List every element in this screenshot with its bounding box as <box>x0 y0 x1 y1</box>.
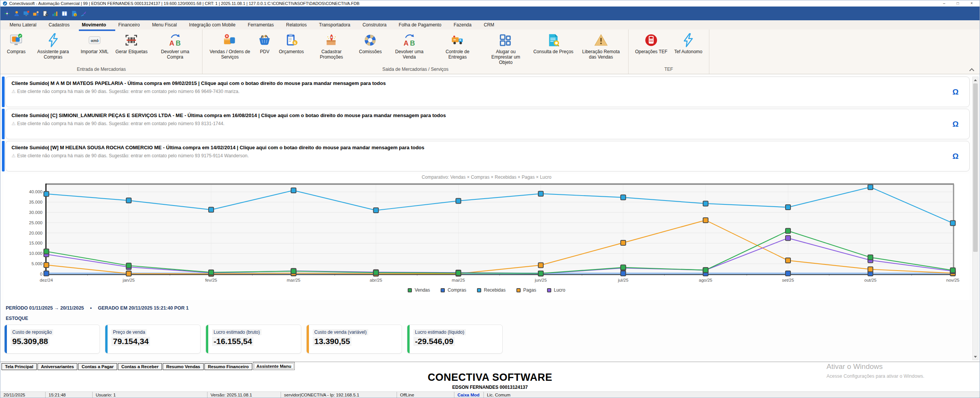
ribbon-button-controle-de-entregas[interactable]: Controle de Entregas <box>433 33 482 60</box>
ribbon-button-label: Importar XML <box>81 49 109 55</box>
ribbon-button-pdv[interactable]: PDV <box>254 33 275 55</box>
menu-item-folha-de-pagamento[interactable]: Folha de Pagamento <box>393 20 448 29</box>
tab-assistente-manu[interactable]: Assistente Manu <box>253 362 295 370</box>
ribbon-button-label: PDV <box>260 49 270 55</box>
ribbon-button-label: Consulta de Preços <box>533 49 573 55</box>
menu-item-menu-lateral[interactable]: Menu Lateral <box>3 20 42 29</box>
ribbon-button-label: Orçamentos <box>279 49 304 55</box>
rocket-icon <box>324 33 339 47</box>
svg-text:A: A <box>403 39 408 47</box>
ribbon-button-alugar-ou-emprestar-um-objeto[interactable]: Alugar ou Emprestar um Objeto <box>482 33 530 65</box>
menu-item-integra-o-com-mobile[interactable]: Integração com Mobile <box>183 20 242 29</box>
monitor-alert-icon[interactable] <box>23 10 29 17</box>
alert-row[interactable]: Cliente Sumido| [W] M HELENA SOUSA ROCHA… <box>2 141 970 171</box>
chart-legend: VendasComprasRecebidasPagasLucro <box>3 286 970 294</box>
alert-row[interactable]: Cliente Sumido| [C] SIMIONI_LAMUNIER PEÇ… <box>2 109 970 139</box>
card-label: Preço de venda <box>111 329 147 335</box>
alert-accent-bar <box>2 77 5 107</box>
ribbon-button-comiss-es[interactable]: Comissões <box>356 33 385 55</box>
alert-row[interactable]: Cliente Sumido| M A M DI MATEOS PAPELARI… <box>2 77 970 107</box>
estoque-cards: Custo de reposição95.309,88Preço de vend… <box>4 325 980 354</box>
status-bar: 20/11/202515:21:48Usuario: 1Versão: 2025… <box>0 391 980 398</box>
ribbon-button-cadastrar-promo-es[interactable]: Cadastrar Promoções <box>307 33 356 60</box>
alert-box[interactable]: Cliente Sumido| M A M DI MATEOS PAPELARI… <box>5 77 970 107</box>
menu-item-movimento[interactable]: Movimento <box>76 20 112 29</box>
ribbon-group-caption: Saida de Mercadorias / Serviços <box>206 65 625 73</box>
ribbon-button-consulta-de-pre-os[interactable]: Consulta de Preços <box>530 33 577 55</box>
omega-action-icon[interactable]: Ω <box>952 88 959 96</box>
menu-item-construtora[interactable]: Construtora <box>356 20 393 29</box>
card-label: Lucro estimado (bruto) <box>212 329 261 335</box>
ribbon-button-vendas-ordens-de-servi-os[interactable]: Vendas / Ordens de Serviços <box>206 33 254 60</box>
ribbon-button-label: Operações TEF <box>635 49 667 55</box>
ribbon-button-or-amentos[interactable]: $Orçamentos <box>275 33 307 55</box>
ribbon-button-assistente-para-compras[interactable]: Assistente para Compras <box>29 33 77 60</box>
dart-icon[interactable] <box>80 10 87 17</box>
tab-aniversariantes[interactable]: Aniversariantes <box>38 363 77 370</box>
omega-action-icon[interactable]: Ω <box>952 120 959 129</box>
menu-item-fazenda[interactable]: Fazenda <box>448 20 478 29</box>
vertical-scrollbar[interactable] <box>972 77 978 360</box>
tab-resumo-financeiro[interactable]: Resumo Financeiro <box>204 363 252 370</box>
svg-text:B: B <box>176 39 181 47</box>
menu-item-transportadora[interactable]: Transportadora <box>313 20 356 29</box>
scrollbar-thumb[interactable] <box>973 83 978 252</box>
alert-box[interactable]: Cliente Sumido| [C] SIMIONI_LAMUNIER PEÇ… <box>5 109 970 139</box>
ribbon-button-devolver-uma-compra[interactable]: ABDevolver uma Compra <box>151 33 199 60</box>
schedule-icon[interactable] <box>42 10 49 17</box>
wheel-icon <box>363 33 377 47</box>
tab-contas-a-pagar[interactable]: Contas a Pagar <box>78 363 117 370</box>
svg-text:0: 0 <box>40 272 42 276</box>
invoice-icon[interactable]: Q <box>71 10 77 17</box>
ribbon-button-gerar-etiquetas[interactable]: Gerar Etiquetas <box>112 33 151 55</box>
ribbon-collapse-button[interactable] <box>969 68 974 72</box>
menu-item-ferramentas[interactable]: Ferramentas <box>242 20 280 29</box>
estoque-card-custo-de-reposi-o: Custo de reposição95.309,88 <box>4 325 100 354</box>
chart-panel: Comparativo: Vendas × Compras × Recebida… <box>3 174 970 300</box>
ribbon-button-opera-es-tef[interactable]: Operações TEF <box>632 33 671 55</box>
estoque-card-pre-o-de-venda: Preço de venda79.154,34 <box>105 325 201 354</box>
ribbon-button-compras[interactable]: Compras <box>3 33 29 55</box>
menu-item-financeiro[interactable]: Financeiro <box>112 20 146 29</box>
compass-icon[interactable] <box>4 10 10 17</box>
menu-item-crm[interactable]: CRM <box>478 20 500 29</box>
ribbon-button-tef-autonomo[interactable]: Tef Autonomo <box>671 33 706 55</box>
scroll-up-icon[interactable] <box>973 77 978 83</box>
tab-contas-a-receber[interactable]: Contas a Receber <box>118 363 162 370</box>
alert-title: Cliente Sumido| [C] SIMIONI_LAMUNIER PEÇ… <box>11 113 446 118</box>
svg-text:mar/25: mar/25 <box>287 278 301 282</box>
maximize-icon[interactable]: □ <box>957 2 959 5</box>
svg-text:15.000: 15.000 <box>29 241 42 246</box>
tab-resumo-vendas[interactable]: Resumo Vendas <box>163 363 204 370</box>
bottom-tab-strip: Tela PrincipalAniversariantesContas a Pa… <box>0 362 980 370</box>
user-icon[interactable] <box>13 10 20 17</box>
omega-action-icon[interactable]: Ω <box>952 152 959 161</box>
app-window: Conectivasoft - Automação Comercial | 99… <box>0 0 980 398</box>
alert-box[interactable]: Cliente Sumido| [W] M HELENA SOUSA ROCHA… <box>5 141 970 171</box>
ribbon-button-devolver-uma-venda[interactable]: ABDevolver uma Venda <box>385 33 433 60</box>
catalog-icon[interactable] <box>61 10 68 17</box>
basket-icon <box>257 33 272 47</box>
alert-title: Cliente Sumido| M A M DI MATEOS PAPELARI… <box>11 80 386 86</box>
menu-item-menu-fiscal[interactable]: Menu Fiscal <box>146 20 183 29</box>
ribbon-button-libera-o-remota-das-vendas[interactable]: Liberação Remota das Vendas <box>577 33 625 60</box>
menu-item-cadastros[interactable]: Cadastros <box>42 20 76 29</box>
menu-item-relatorios[interactable]: Relatorios <box>280 20 313 29</box>
legend-swatch-icon <box>547 288 551 292</box>
xml-icon: xml‹› <box>87 33 102 47</box>
card-label: Lucro estimado (líquido) <box>413 329 466 335</box>
svg-text:B: B <box>410 39 415 47</box>
delivery-icon[interactable] <box>33 10 39 17</box>
close-icon[interactable]: × <box>970 2 973 5</box>
legend-item-recebidas: Recebidas <box>477 287 506 293</box>
alert-title: Cliente Sumido| [W] M HELENA SOUSA ROCHA… <box>11 145 425 150</box>
tab-tela-principal[interactable]: Tela Principal <box>2 363 37 370</box>
svg-text:30.000: 30.000 <box>29 210 42 215</box>
ribbon-button-importar-xml[interactable]: xml‹›Importar XML <box>77 33 112 55</box>
minimize-icon[interactable]: – <box>943 2 946 5</box>
card-value: -16.155,54 <box>212 337 253 346</box>
stats-icon[interactable] <box>52 10 58 17</box>
ribbon-toolbar: ComprasAssistente para Comprasxml‹›Impor… <box>0 29 980 74</box>
warning-icon: ⚠ <box>11 89 16 94</box>
scroll-down-icon[interactable] <box>973 354 978 359</box>
